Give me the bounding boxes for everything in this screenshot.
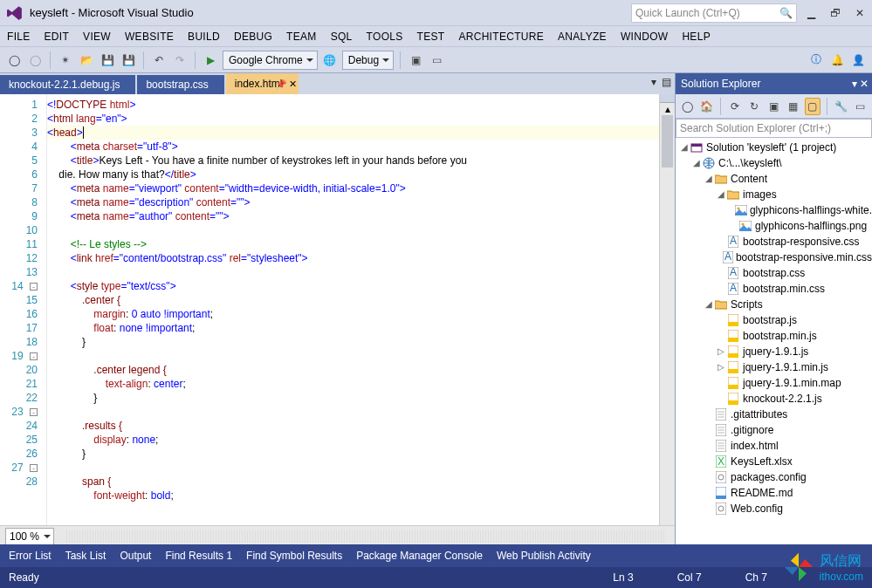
nav-fwd-icon[interactable]: ◯ <box>26 51 44 69</box>
editor-tabs: knockout-2.2.1.debug.js bootstrap.css in… <box>0 73 675 94</box>
menu-website[interactable]: WEBSITE <box>125 31 174 43</box>
se-refresh-icon[interactable]: ↻ <box>746 98 762 115</box>
editor-scrollbar[interactable]: ▴ <box>659 94 675 525</box>
undo-icon[interactable]: ↶ <box>150 51 168 69</box>
account-icon[interactable]: 👤 <box>849 51 867 69</box>
nav-back-icon[interactable]: ◯ <box>5 51 23 69</box>
se-collapse-icon[interactable]: ▣ <box>766 98 781 115</box>
new-project-icon[interactable]: ✴ <box>57 51 74 69</box>
close-button[interactable]: ✕ <box>848 3 872 23</box>
menubar: FILE EDIT VIEW WEBSITE BUILD DEBUG TEAM … <box>0 26 872 47</box>
line-gutter: 1234567891011121314 -1516171819 -2021222… <box>0 94 47 525</box>
bottom-tool-tabs: Error List Task List Output Find Results… <box>0 544 872 567</box>
se-properties-icon[interactable]: 🔧 <box>834 98 849 115</box>
bt-pmc[interactable]: Package Manager Console <box>356 550 483 562</box>
solution-explorer-toggle-icon[interactable]: ▤ <box>662 76 671 88</box>
svg-rect-27 <box>728 400 738 405</box>
start-icon[interactable]: ▶ <box>202 51 219 69</box>
code-editor[interactable]: 1234567891011121314 -1516171819 -2021222… <box>0 94 675 525</box>
pin-icon[interactable]: 📌 <box>276 79 286 89</box>
run-target-dropdown[interactable]: Google Chrome <box>223 51 318 70</box>
toolbox-icon[interactable]: ▭ <box>428 51 445 69</box>
tab-index[interactable]: index.html📌✕ <box>226 73 299 94</box>
browser-link-icon[interactable]: 🌐 <box>321 51 339 69</box>
status-ch: Ch 7 <box>745 571 767 584</box>
panel-menu-icon[interactable]: ▾ ✕ <box>852 78 869 90</box>
menu-sql[interactable]: SQL <box>331 31 353 43</box>
extensions-icon[interactable]: ▣ <box>407 51 424 69</box>
solution-explorer-panel: Solution Explorer ▾ ✕ ◯ 🏠 ⟳ ↻ ▣ ▦ ▢ 🔧 ▭ … <box>676 73 872 567</box>
svg-rect-19 <box>728 338 738 342</box>
zoom-dropdown[interactable]: 100 % <box>5 528 54 545</box>
menu-build[interactable]: BUILD <box>188 31 220 43</box>
search-icon: 🔍 <box>779 7 793 19</box>
menu-architecture[interactable]: ARCHITECTURE <box>458 31 544 43</box>
tab-bootstrap[interactable]: bootstrap.css <box>137 75 223 94</box>
svg-marker-51 <box>784 567 798 575</box>
bt-error-list[interactable]: Error List <box>9 550 51 562</box>
svg-text:A: A <box>730 236 737 247</box>
menu-debug[interactable]: DEBUG <box>234 31 272 43</box>
tab-knockout[interactable]: knockout-2.2.1.debug.js <box>0 75 135 94</box>
bt-output[interactable]: Output <box>120 550 151 562</box>
menu-team[interactable]: TEAM <box>286 31 317 43</box>
svg-marker-0 <box>7 6 22 20</box>
save-all-icon[interactable]: 💾 <box>120 51 137 69</box>
content-area: knockout-2.2.1.debug.js bootstrap.css in… <box>0 73 872 567</box>
solution-explorer-title: Solution Explorer ▾ ✕ <box>676 73 872 94</box>
menu-help[interactable]: HELP <box>682 31 711 43</box>
svg-rect-42 <box>716 471 726 483</box>
svg-rect-46 <box>716 503 726 515</box>
menu-view[interactable]: VIEW <box>83 31 111 43</box>
tab-dropdown-icon[interactable]: ▾ <box>651 76 656 88</box>
menu-edit[interactable]: EDIT <box>45 31 70 43</box>
se-home-icon[interactable]: 🏠 <box>698 98 714 115</box>
menu-test[interactable]: TEST <box>417 31 445 43</box>
se-scope-icon[interactable]: ▭ <box>853 98 869 115</box>
notifications-icon[interactable]: 🔔 <box>828 51 846 69</box>
se-preview-icon[interactable]: ▢ <box>805 98 821 115</box>
svg-rect-21 <box>728 353 738 358</box>
status-col: Col 7 <box>677 571 702 584</box>
se-showall-icon[interactable]: ▦ <box>785 98 800 115</box>
se-search-input[interactable]: Search Solution Explorer (Ctrl+;) <box>676 119 872 138</box>
feedback-icon[interactable]: ⓘ <box>807 51 825 69</box>
bt-webpub[interactable]: Web Publish Activity <box>497 550 591 562</box>
titlebar: keysleft - Microsoft Visual Studio Quick… <box>0 0 872 26</box>
pinwheel-icon <box>783 551 814 583</box>
save-icon[interactable]: 💾 <box>99 51 116 69</box>
menu-analyze[interactable]: ANALYZE <box>558 31 607 43</box>
se-sync-icon[interactable]: ⟳ <box>727 98 743 115</box>
editor-bottom-bar: 100 % <box>0 525 675 546</box>
minimize-button[interactable]: ▁ <box>799 3 823 23</box>
menu-window[interactable]: WINDOW <box>621 31 668 43</box>
svg-rect-45 <box>716 496 726 499</box>
config-dropdown[interactable]: Debug <box>342 51 394 70</box>
open-icon[interactable]: 📂 <box>78 51 95 69</box>
svg-text:X: X <box>718 455 724 468</box>
menu-tools[interactable]: TOOLS <box>367 31 403 43</box>
se-back-icon[interactable]: ◯ <box>679 98 695 115</box>
main-toolbar: ◯ ◯ ✴ 📂 💾 💾 ↶ ↷ ▶ Google Chrome 🌐 Debug … <box>0 47 872 73</box>
se-tree[interactable]: ◢Solution 'keysleft' (1 project)◢C:\...\… <box>676 138 872 546</box>
restore-button[interactable]: 🗗 <box>823 3 848 23</box>
quicklaunch-placeholder: Quick Launch (Ctrl+Q) <box>635 7 779 19</box>
bt-findsym[interactable]: Find Symbol Results <box>246 550 342 562</box>
bt-task-list[interactable]: Task List <box>65 550 106 562</box>
split-handle[interactable] <box>660 94 675 103</box>
editor-column: knockout-2.2.1.debug.js bootstrap.css in… <box>0 73 676 567</box>
scroll-thumb[interactable] <box>662 115 673 168</box>
close-icon[interactable]: ✕ <box>289 79 297 90</box>
svg-marker-50 <box>799 567 807 581</box>
redo-icon[interactable]: ↷ <box>171 51 189 69</box>
scroll-up-icon[interactable]: ▴ <box>660 103 675 115</box>
svg-text:A: A <box>730 267 737 278</box>
svg-rect-2 <box>691 144 702 147</box>
menu-file[interactable]: FILE <box>7 31 31 43</box>
vs-logo-icon <box>7 5 23 21</box>
code-area[interactable]: <!DOCTYPE html><html lang="en"><head> <m… <box>47 94 659 525</box>
bt-find1[interactable]: Find Results 1 <box>165 550 232 562</box>
hscroll-track[interactable] <box>66 530 664 543</box>
watermark: 风信网 ithov.com <box>783 551 863 583</box>
quicklaunch-input[interactable]: Quick Launch (Ctrl+Q) 🔍 <box>631 3 797 23</box>
